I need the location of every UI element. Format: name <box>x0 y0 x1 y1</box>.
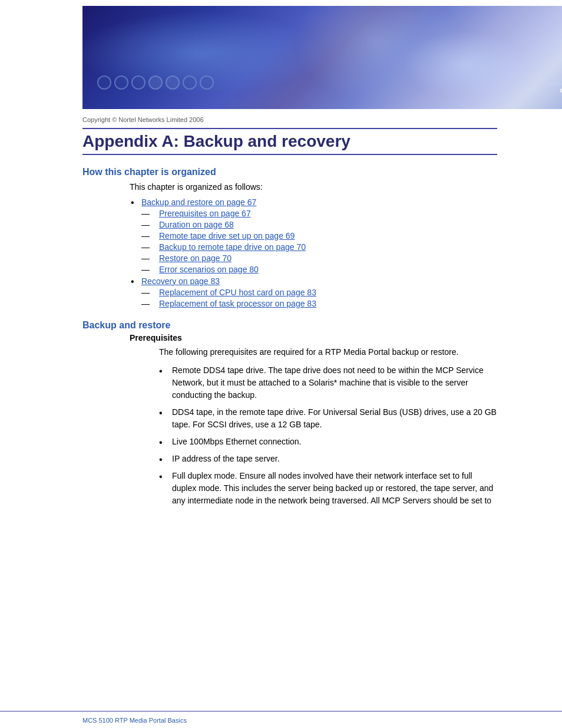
copyright-text: Copyright © Nortel Networks Limited 2006 <box>82 116 497 123</box>
prerequisites-list: Remote DDS4 tape drive. The tape drive d… <box>159 364 497 507</box>
binary-display: ooooOOO1111111 <box>560 85 562 94</box>
toc-sub-item-task-processor: Replacement of task processor on page 83 <box>141 299 497 308</box>
content-area: Copyright © Nortel Networks Limited 2006… <box>0 116 562 525</box>
decorative-circle-2 <box>114 75 128 90</box>
toc-sub-list-1: Prerequisites on page 67 Duration on pag… <box>141 209 497 274</box>
toc-sub-item-cpu-host-card: Replacement of CPU host card on page 83 <box>141 288 497 297</box>
toc-sub-item-backup-remote: Backup to remote tape drive on page 70 <box>141 242 497 252</box>
title-rule <box>82 154 497 155</box>
top-rule <box>82 128 497 129</box>
bullet-item-4: IP address of the tape server. <box>159 453 497 465</box>
link-error-scenarios[interactable]: Error scenarios on page 80 <box>159 265 259 274</box>
toc-sub-item-duration: Duration on page 68 <box>141 220 497 229</box>
header-image: ooooo1o1o1onnnnnnnn ooooOOO1111111 <box>82 6 562 109</box>
decorative-circle-1 <box>97 75 111 90</box>
footer-label: MCS 5100 RTP Media Portal Basics <box>82 717 187 724</box>
decorative-circle-3 <box>131 75 146 90</box>
decorative-circle-5 <box>166 75 180 90</box>
link-remote-tape-setup[interactable]: Remote tape drive set up on page 69 <box>159 231 295 241</box>
toc-sub-item-error-scenarios: Error scenarios on page 80 <box>141 265 497 274</box>
bullet-item-5: Full duplex mode. Ensure all nodes invol… <box>159 470 497 507</box>
link-cpu-host-card[interactable]: Replacement of CPU host card on page 83 <box>159 288 316 297</box>
section1-intro: This chapter is organized as follows: <box>130 182 497 192</box>
toc-item-backup-restore: Backup and restore on page 67 Prerequisi… <box>141 197 497 274</box>
page-container: ooooo1o1o1onnnnnnnn ooooOOO1111111 Copyr… <box>0 6 562 525</box>
decorative-circle-7 <box>200 75 214 90</box>
toc-sub-item-restore: Restore on page 70 <box>141 253 497 263</box>
link-restore[interactable]: Restore on page 70 <box>159 253 232 263</box>
toc-sub-item-remote-tape-setup: Remote tape drive set up on page 69 <box>141 231 497 241</box>
toc-sub-list-2: Replacement of CPU host card on page 83 … <box>141 288 497 308</box>
link-task-processor[interactable]: Replacement of task processor on page 83 <box>159 299 316 308</box>
decorative-circle-6 <box>183 75 197 90</box>
section1-heading: How this chapter is organized <box>82 167 497 177</box>
prerequisites-intro: The following prerequisites are required… <box>159 346 497 358</box>
subsection-heading-prerequisites: Prerequisites <box>130 333 497 342</box>
toc-item-recovery: Recovery on page 83 Replacement of CPU h… <box>141 276 497 308</box>
link-recovery[interactable]: Recovery on page 83 <box>141 276 220 286</box>
bullet-item-1: Remote DDS4 tape drive. The tape drive d… <box>159 364 497 401</box>
page-title: Appendix A: Backup and recovery <box>82 131 497 151</box>
bullet-item-2: DDS4 tape, in the remote tape drive. For… <box>159 406 497 431</box>
link-duration[interactable]: Duration on page 68 <box>159 220 234 229</box>
footer: MCS 5100 RTP Media Portal Basics <box>0 711 562 728</box>
toc-list: Backup and restore on page 67 Prerequisi… <box>141 197 497 308</box>
link-backup-remote[interactable]: Backup to remote tape drive on page 70 <box>159 242 306 252</box>
bullet-item-3: Live 100Mbps Ethernet connection. <box>159 436 497 448</box>
toc-sub-item-prerequisites: Prerequisites on page 67 <box>141 209 497 218</box>
link-backup-restore[interactable]: Backup and restore on page 67 <box>141 197 256 207</box>
section2-heading: Backup and restore <box>82 320 497 331</box>
decorative-circle-4 <box>148 75 163 90</box>
link-prerequisites[interactable]: Prerequisites on page 67 <box>159 209 251 218</box>
